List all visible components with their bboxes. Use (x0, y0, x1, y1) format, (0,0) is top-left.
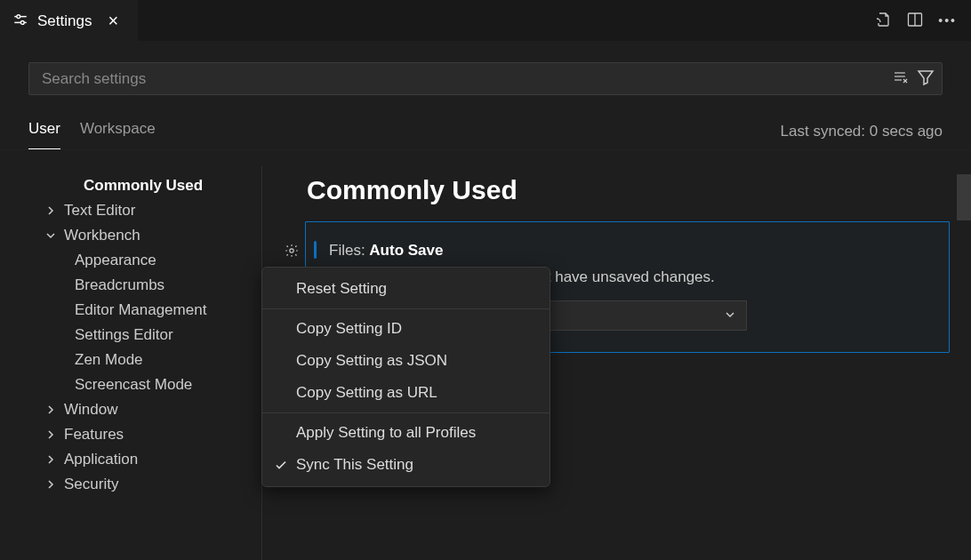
chevron-right-icon (44, 478, 60, 491)
settings-toc: Commonly Used Text Editor Workbench Appe… (0, 166, 262, 560)
open-settings-json-icon[interactable] (874, 11, 892, 31)
search-bar (28, 62, 943, 95)
toc-application[interactable]: Application (28, 447, 261, 472)
menu-separator (262, 308, 550, 309)
close-icon[interactable]: × (100, 9, 125, 33)
search-input[interactable] (36, 65, 892, 93)
toc-workbench[interactable]: Workbench (28, 223, 261, 248)
clear-search-icon[interactable] (892, 69, 908, 88)
tab-title: Settings (37, 12, 92, 30)
tab-workspace[interactable]: Workspace (80, 113, 156, 149)
settings-sliders-icon (12, 12, 28, 30)
toc-zen-mode[interactable]: Zen Mode (28, 348, 261, 372)
toc-security[interactable]: Security (28, 472, 261, 497)
toc-screencast-mode[interactable]: Screencast Mode (28, 372, 261, 397)
filter-icon[interactable] (917, 68, 935, 89)
split-editor-icon[interactable] (906, 11, 924, 31)
menu-apply-all-profiles[interactable]: Apply Setting to all Profiles (262, 417, 550, 449)
tab-settings[interactable]: Settings × (0, 0, 138, 41)
toc-appearance[interactable]: Appearance (28, 248, 261, 273)
chevron-right-icon (44, 404, 60, 416)
tab-user[interactable]: User (28, 113, 60, 149)
group-title: Commonly Used (307, 175, 950, 205)
menu-sync-setting[interactable]: Sync This Setting (262, 449, 550, 481)
modified-indicator (314, 241, 317, 259)
chevron-down-icon (723, 308, 737, 324)
menu-copy-setting-url[interactable]: Copy Setting as URL (262, 377, 550, 409)
menu-copy-setting-id[interactable]: Copy Setting ID (262, 313, 550, 345)
svg-point-3 (20, 20, 24, 24)
editor-actions: ••• (874, 11, 971, 31)
chevron-right-icon (44, 428, 60, 441)
more-actions-icon[interactable]: ••• (938, 13, 957, 28)
check-icon (273, 459, 289, 471)
chevron-down-icon (44, 229, 60, 242)
chevron-right-icon (44, 204, 60, 217)
scrollbar-thumb[interactable] (957, 174, 971, 220)
toc-features[interactable]: Features (28, 422, 261, 447)
gear-icon[interactable] (280, 239, 303, 262)
menu-copy-setting-json[interactable]: Copy Setting as JSON (262, 345, 550, 377)
toc-editor-management[interactable]: Editor Management (28, 298, 261, 323)
toc-settings-editor[interactable]: Settings Editor (28, 323, 261, 348)
chevron-right-icon (44, 453, 60, 466)
svg-point-11 (290, 249, 293, 252)
sync-status: Last synced: 0 secs ago (781, 123, 943, 140)
toc-breadcrumbs[interactable]: Breadcrumbs (28, 273, 261, 298)
menu-reset-setting[interactable]: Reset Setting (262, 273, 550, 305)
toc-commonly-used[interactable]: Commonly Used (28, 173, 261, 198)
svg-point-1 (17, 15, 20, 19)
setting-label: Files: Auto Save (329, 242, 926, 260)
toc-text-editor[interactable]: Text Editor (28, 198, 261, 223)
setting-context-menu: Reset Setting Copy Setting ID Copy Setti… (261, 267, 550, 487)
menu-separator (262, 412, 550, 413)
tab-bar: Settings × ••• (0, 0, 971, 41)
toc-window[interactable]: Window (28, 397, 261, 422)
